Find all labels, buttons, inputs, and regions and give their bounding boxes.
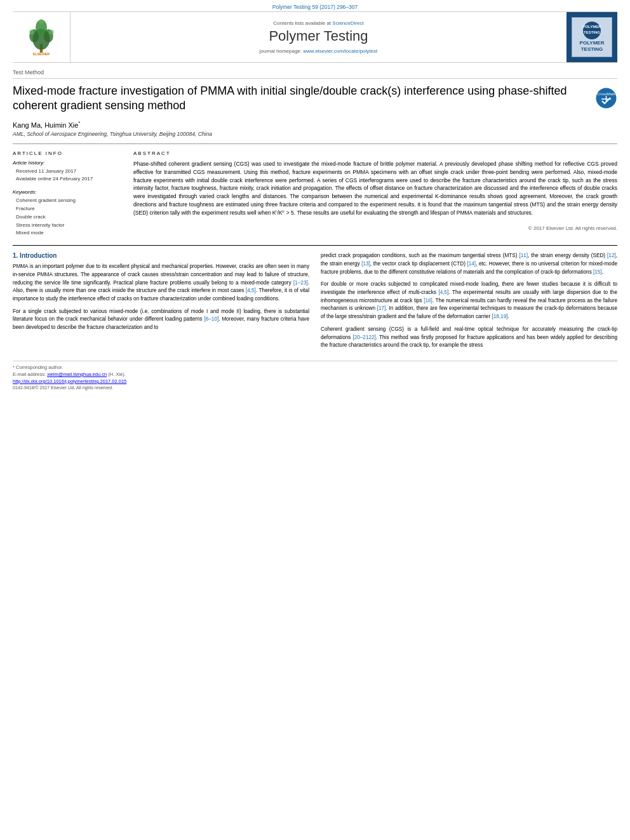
crossmark-logo: CrossMark: [595, 87, 617, 109]
ref-link-6-10[interactable]: [6–10]: [204, 316, 218, 322]
ref-link-17[interactable]: [17]: [377, 305, 386, 311]
main-content: Test Method Mixed-mode fracture investig…: [0, 63, 630, 361]
authors-names: Kang Ma, Huimin Xie: [13, 121, 78, 128]
issn-line: 0142-9418/© 2017 Elsevier Ltd. All right…: [13, 385, 617, 390]
journal-badge: POLYMER TESTING POLYMER TESTING: [566, 12, 617, 62]
section-type-label: Test Method: [13, 69, 617, 79]
intro-para-1: PMMA is an important polymer due to its …: [13, 263, 309, 303]
journal-title-header: Polymer Testing: [269, 28, 368, 44]
received-date: Received 11 January 2017: [16, 168, 121, 175]
email-suffix: (H. Xie).: [108, 371, 126, 377]
svg-text:POLYMER: POLYMER: [582, 25, 601, 29]
header-section: ELSEVIER Contents lists available at Sci…: [13, 11, 617, 63]
svg-text:CrossMark: CrossMark: [597, 92, 616, 96]
article-info-column: ARTICLE INFO Article history: Received 1…: [13, 150, 121, 237]
body-column-left: 1. Introduction PMMA is an important pol…: [13, 252, 309, 354]
ref-link-14[interactable]: [14]: [467, 261, 476, 267]
footer-section: * Corresponding author. E-mail address: …: [13, 361, 617, 390]
intro-para-2: For a single crack subjected to various …: [13, 308, 309, 332]
ref-link-20-2122[interactable]: [20–2122]: [352, 335, 375, 340]
author-email-link[interactable]: xielm@mail.tsinghua.edu.cn: [47, 371, 107, 377]
journal-top-bar: Polymer Testing 59 (2017) 296–307: [0, 0, 630, 11]
affiliation-line: AML, School of Aerospace Engineering, Ts…: [13, 131, 617, 137]
ref-link-13[interactable]: [13]: [361, 261, 370, 267]
article-title-text: Mixed-mode fracture investigation of PMM…: [13, 84, 589, 114]
sciencedirect-link[interactable]: ScienceDirect: [332, 20, 363, 26]
abstract-label: ABSTRACT: [133, 150, 617, 156]
abstract-column: ABSTRACT Phase-shifted coherent gradient…: [133, 150, 617, 237]
contents-available: Contents lists available at ScienceDirec…: [273, 20, 363, 26]
email-label: E-mail address:: [13, 371, 46, 377]
keyword-5: Mixed mode: [16, 229, 121, 237]
journal-header-center: Contents lists available at ScienceDirec…: [70, 12, 566, 62]
pt-badge-icon: POLYMER TESTING: [582, 21, 601, 40]
keyword-3: Double crack: [16, 213, 121, 222]
ref-link-1-23[interactable]: [1–23]: [293, 280, 308, 286]
corresponding-author-marker: *: [78, 120, 80, 126]
corresponding-author-label: * Corresponding author.: [13, 364, 63, 370]
intro-heading: 1. Introduction: [13, 252, 309, 259]
right-para-1: predict crack propagation conditions, su…: [321, 252, 617, 276]
keyword-1: Coherent gradient sensing: [16, 197, 121, 205]
email-note: E-mail address: xielm@mail.tsinghua.edu.…: [13, 371, 617, 377]
doi-link[interactable]: http://dx.doi.org/10.1016/j.polymertesti…: [13, 378, 126, 384]
journal-volume-info: Polymer Testing 59 (2017) 296–307: [272, 4, 358, 10]
pt-label: POLYMER TESTING: [580, 40, 605, 53]
ref-link-4-5[interactable]: [4,5]: [246, 288, 256, 293]
svg-text:TESTING: TESTING: [584, 30, 600, 34]
right-para-3: Coherent gradient sensing (CGS) is a ful…: [321, 326, 617, 350]
ref-link-18-19[interactable]: [18,19]: [492, 314, 507, 319]
right-para-2: For double or more cracks subjected to c…: [321, 281, 617, 321]
elsevier-tree-icon: ELSEVIER: [19, 18, 64, 56]
corresponding-author-note: * Corresponding author.: [13, 364, 617, 370]
article-title-block: Mixed-mode fracture investigation of PMM…: [13, 84, 617, 114]
elsevier-logo-section: ELSEVIER: [13, 12, 70, 62]
doi-line: http://dx.doi.org/10.1016/j.polymertesti…: [13, 378, 617, 384]
authors-line: Kang Ma, Huimin Xie*: [13, 120, 617, 129]
info-abstract-section: ARTICLE INFO Article history: Received 1…: [13, 143, 617, 237]
available-date: Available online 24 February 2017: [16, 175, 121, 183]
article-history-label: Article history:: [13, 160, 121, 166]
keywords-label: Keywords:: [13, 189, 121, 195]
abstract-text: Phase-shifted coherent gradient sensing …: [133, 160, 617, 217]
ref-link-4-5b[interactable]: [4,5]: [438, 290, 448, 295]
svg-point-5: [29, 30, 34, 35]
body-column-right: predict crack propagation conditions, su…: [321, 252, 617, 354]
crossmark-icon: CrossMark: [595, 87, 617, 109]
svg-point-7: [39, 20, 44, 25]
body-section: 1. Introduction PMMA is an important pol…: [13, 245, 617, 354]
page-container: Polymer Testing 59 (2017) 296–307 ELSEVI…: [0, 0, 630, 390]
ref-link-11[interactable]: [11]: [519, 253, 528, 258]
ref-link-12[interactable]: [12]: [607, 253, 616, 258]
journal-homepage: journal homepage: www.elsevier.com/locat…: [260, 48, 377, 54]
keyword-2: Fracture: [16, 205, 121, 213]
journal-homepage-link[interactable]: www.elsevier.com/locate/polytest: [303, 48, 377, 54]
svg-text:ELSEVIER: ELSEVIER: [33, 52, 50, 56]
copyright-line: © 2017 Elsevier Ltd. All rights reserved…: [133, 222, 617, 231]
keyword-4: Stress intensity factor: [16, 222, 121, 230]
ref-link-15[interactable]: [15]: [593, 269, 602, 275]
svg-point-6: [49, 30, 54, 35]
ref-link-16[interactable]: [16]: [424, 298, 432, 303]
article-info-label: ARTICLE INFO: [13, 150, 121, 156]
journal-badge-inner: POLYMER TESTING POLYMER TESTING: [572, 17, 612, 57]
